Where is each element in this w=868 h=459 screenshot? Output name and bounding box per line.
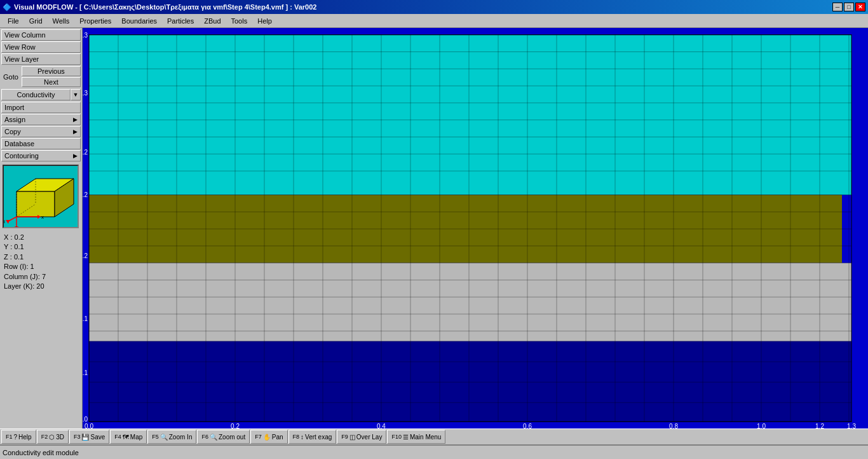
- grid-svg: /* generated below */: [83, 28, 868, 428]
- assign-button[interactable]: Assign ▶: [1, 114, 81, 125]
- f8-vert-exag-button[interactable]: F8 ↕ Vert exag: [288, 430, 337, 444]
- menu-item-help[interactable]: Help: [252, 16, 277, 26]
- goto-row: Goto Previous Next: [1, 66, 81, 87]
- svg-text:i: i: [4, 219, 5, 224]
- coordinates-display: X : 0.2 Y : 0.1 Z : 0.1 Row (I): 1 Colum…: [1, 231, 81, 292]
- f1-help-button[interactable]: F1 ? Help: [1, 430, 36, 444]
- conductivity-dropdown-row: Conductivity ▼: [1, 89, 81, 100]
- svg-text:1.2: 1.2: [815, 423, 824, 428]
- svg-text:j: j: [15, 225, 17, 228]
- main-menu-icon: ☰: [403, 434, 409, 441]
- map-icon: 🗺: [123, 434, 129, 441]
- f4-map-button[interactable]: F4 🗺 Map: [110, 430, 147, 444]
- menu-item-wells[interactable]: Wells: [48, 16, 75, 26]
- svg-text:0.2: 0.2: [83, 149, 88, 156]
- conductivity-dropdown[interactable]: Conductivity: [1, 89, 71, 100]
- svg-text:0.2: 0.2: [231, 423, 240, 428]
- f10-main-menu-button[interactable]: F10 ☰ Main Menu: [387, 430, 445, 444]
- svg-rect-20: [89, 263, 851, 341]
- save-icon: 💾: [81, 434, 89, 441]
- menu-item-properties[interactable]: Properties: [74, 16, 116, 26]
- 3d-icon: ⬡: [49, 434, 55, 441]
- f7-pan-button[interactable]: F7 ✋ Pan: [250, 430, 287, 444]
- f6-zoom-out-button[interactable]: F6 🔍 Zoom out: [197, 430, 250, 444]
- title-left: 🔷 Visual MODFLOW - [ C:\Users\Σακης\Desk…: [3, 3, 316, 11]
- svg-text:x: x: [41, 214, 44, 220]
- vert-exag-icon: ↕: [301, 434, 304, 441]
- import-button[interactable]: Import: [1, 102, 81, 113]
- status-bar: Conductivity edit module: [0, 445, 868, 459]
- title-bar: 🔷 Visual MODFLOW - [ C:\Users\Σακης\Desk…: [0, 0, 868, 14]
- svg-rect-21: [89, 341, 851, 421]
- row-coord: Row (I): 1: [4, 262, 78, 271]
- z-coord: Z : 0.1: [4, 252, 78, 262]
- contouring-button[interactable]: Contouring ▶: [1, 150, 81, 161]
- menu-item-tools[interactable]: Tools: [226, 16, 253, 26]
- database-button[interactable]: Database: [1, 138, 81, 149]
- svg-text:0.2: 0.2: [83, 252, 88, 259]
- copy-button[interactable]: Copy ▶: [1, 126, 81, 137]
- left-panel: View Column View Row View Layer Goto Pre…: [0, 28, 83, 428]
- zoom-in-icon: 🔍: [160, 434, 168, 441]
- menu-item-boundaries[interactable]: Boundaries: [116, 16, 162, 26]
- layer-coord: Layer (K): 20: [4, 282, 78, 291]
- pan-icon: ✋: [263, 434, 271, 441]
- zoom-out-icon: 🔍: [210, 434, 217, 441]
- x-coord: X : 0.2: [4, 233, 78, 242]
- grid-canvas-area[interactable]: /* generated below */: [83, 28, 868, 428]
- restore-button[interactable]: □: [844, 3, 854, 11]
- conductivity-arrow[interactable]: ▼: [71, 89, 81, 100]
- menu-item-particles[interactable]: Particles: [162, 16, 199, 26]
- status-text: Conductivity edit module: [3, 449, 79, 456]
- help-icon: ?: [14, 434, 18, 441]
- svg-text:0.8: 0.8: [669, 423, 678, 428]
- menu-item-grid[interactable]: Grid: [24, 16, 48, 26]
- previous-button[interactable]: Previous: [22, 66, 81, 76]
- column-coord: Column (J): 7: [4, 272, 78, 282]
- next-button[interactable]: Next: [22, 77, 81, 87]
- 3d-view: i j x: [3, 165, 79, 228]
- svg-text:0.1: 0.1: [83, 369, 88, 376]
- svg-text:0.3: 0.3: [83, 32, 88, 39]
- svg-text:0.6: 0.6: [523, 423, 532, 428]
- goto-label: Goto: [1, 72, 20, 81]
- minimize-button[interactable]: ─: [832, 3, 843, 11]
- svg-text:0.0: 0.0: [83, 416, 88, 423]
- svg-text:0.0: 0.0: [85, 423, 93, 428]
- menu-item-zbud[interactable]: ZBud: [199, 16, 226, 26]
- menu-bar: FileGridWellsPropertiesBoundariesParticl…: [0, 14, 868, 28]
- toolbar: F1 ? Help F2 ⬡ 3D F3 💾 Save F4 🗺 Map F5 …: [0, 428, 868, 445]
- svg-text:0.3: 0.3: [83, 90, 88, 97]
- svg-text:0.1: 0.1: [83, 315, 88, 322]
- svg-text:0.2: 0.2: [83, 191, 88, 198]
- menu-item-file[interactable]: File: [3, 16, 24, 26]
- close-button[interactable]: ✕: [855, 3, 865, 11]
- view-row-button[interactable]: View Row: [1, 41, 81, 53]
- title-buttons: ─ □ ✕: [832, 3, 865, 11]
- y-coord: Y : 0.1: [4, 242, 78, 252]
- svg-text:1.0: 1.0: [757, 423, 766, 428]
- svg-text:1.3: 1.3: [847, 423, 856, 428]
- f3-save-button[interactable]: F3 💾 Save: [69, 430, 109, 444]
- main-content: View Column View Row View Layer Goto Pre…: [0, 28, 868, 428]
- f9-overlay-button[interactable]: F9 ◫ Over Lay: [337, 430, 386, 444]
- f5-zoom-in-button[interactable]: F5 🔍 Zoom In: [147, 430, 196, 444]
- view-layer-button[interactable]: View Layer: [1, 53, 81, 65]
- 3d-view-svg: i j x: [4, 166, 79, 228]
- app-icon: 🔷: [3, 3, 11, 11]
- svg-rect-19: [842, 202, 851, 210]
- view-column-button[interactable]: View Column: [1, 29, 81, 41]
- svg-text:0.4: 0.4: [377, 423, 386, 428]
- f2-3d-button[interactable]: F2 ⬡ 3D: [37, 430, 69, 444]
- overlay-icon: ◫: [349, 434, 355, 441]
- window-title: Visual MODFLOW - [ C:\Users\Σακης\Deskto…: [14, 3, 316, 11]
